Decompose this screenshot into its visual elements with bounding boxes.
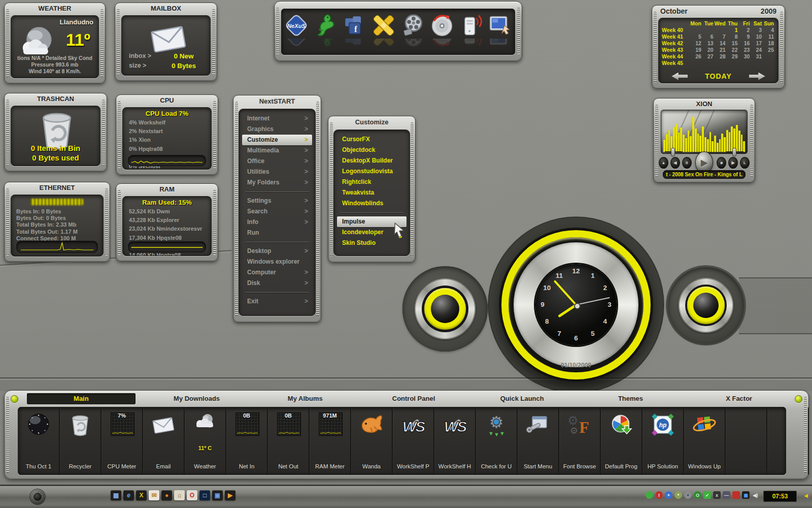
xion-next-button[interactable]: ▶: [728, 157, 738, 169]
star-tray-icon[interactable]: *: [674, 491, 682, 499]
calendar-day-cell[interactable]: 9: [738, 34, 751, 40]
dock-item-wanda[interactable]: Wanda: [351, 407, 393, 474]
calendar-day-cell[interactable]: 29: [727, 53, 739, 60]
shield-check-icon[interactable]: ✓: [703, 491, 711, 499]
customize-item-skin-studio[interactable]: Skin Studio: [337, 238, 407, 248]
calendar-day-cell[interactable]: 26: [690, 53, 702, 60]
top-dock-item-film-reel[interactable]: [399, 12, 426, 49]
dock-item-windows-up[interactable]: Windows Up: [684, 407, 726, 474]
calendar-day-cell[interactable]: 4: [763, 27, 775, 34]
customize-item-objectdock[interactable]: Objectdock: [337, 145, 407, 155]
calendar-day-cell[interactable]: 28: [715, 53, 727, 60]
calendar-day-cell[interactable]: 10: [751, 34, 763, 40]
dock-item-email[interactable]: Email: [143, 407, 185, 474]
dock-item-recycler[interactable]: Recycler: [60, 407, 101, 474]
internet-explorer-icon[interactable]: e: [123, 490, 134, 500]
dock-tab-my-albums[interactable]: My Albums: [251, 393, 359, 405]
calendar-day-cell[interactable]: 20: [702, 47, 715, 53]
dock-tab-main[interactable]: Main: [27, 393, 136, 404]
top-dock-item-remote-desktop[interactable]: [486, 12, 514, 49]
opera-icon[interactable]: O: [187, 490, 197, 500]
calendar-day-cell[interactable]: 15: [727, 40, 739, 47]
dock-item-workshelf-p[interactable]: WSWorkShelf P: [393, 407, 434, 474]
xion-volume-slider[interactable]: [665, 151, 682, 152]
dock-item-cpu-meter[interactable]: 7%CPU Meter: [101, 407, 143, 474]
dock-item-font-browse[interactable]: ⚙⚙FFont Browse: [559, 407, 601, 474]
dock-tab-quick-launch[interactable]: Quick Launch: [468, 393, 577, 405]
tools-x-icon[interactable]: X: [136, 490, 147, 500]
customize-item-rightclick[interactable]: Rightclick: [337, 177, 407, 187]
customize-item-tweakvista[interactable]: Tweakvista: [337, 187, 407, 198]
top-dock[interactable]: NeXuSNeXuSff: [274, 1, 522, 61]
volume-icon[interactable]: ◀): [752, 491, 759, 499]
display-tray-icon[interactable]: —: [723, 491, 730, 499]
top-dock-item-pc-tower[interactable]: [457, 12, 485, 49]
customize-item-windowblinds[interactable]: Windowblinds: [337, 198, 407, 209]
gecko-tray-icon[interactable]: [646, 491, 653, 499]
firefox-icon[interactable]: ●: [161, 490, 172, 500]
calendar-day-cell[interactable]: 8: [727, 34, 739, 40]
inbox-label[interactable]: inbox >: [129, 52, 163, 60]
calendar-day-cell[interactable]: 11: [763, 34, 775, 40]
security-shield-icon[interactable]: !: [655, 491, 663, 499]
dock-right-dot[interactable]: [795, 395, 802, 403]
green-ring-icon[interactable]: O: [694, 491, 701, 499]
dock-item-check-for-u[interactable]: ⚙▼▼▼Check for U: [476, 407, 518, 474]
home-help-icon[interactable]: ⌂: [174, 490, 185, 500]
customize-item-desktopx-builder[interactable]: DesktopX Builder: [337, 155, 407, 166]
mailbox-widget[interactable]: MAILBOX inbox > 0 New size > 0 Bytes: [115, 3, 217, 81]
calendar-day-cell[interactable]: 30: [738, 53, 751, 60]
nextstart-item-disk[interactable]: Disk>: [242, 278, 312, 289]
dock-tab-my-downloads[interactable]: My Downloads: [143, 393, 251, 405]
calendar-day-cell[interactable]: 6: [702, 34, 715, 40]
calendar-day-cell[interactable]: 22: [727, 47, 739, 53]
tools-tray-icon[interactable]: x: [713, 491, 721, 499]
xion-player-widget[interactable]: XION ▲◀II▶■▶L t - 2008 Sex On Fire - Kin…: [653, 98, 755, 183]
calendar-day-cell[interactable]: 27: [702, 53, 715, 60]
calendar-day-cell[interactable]: 21: [715, 47, 727, 53]
analog-clock[interactable]: 123456789101112 01/10/2009: [499, 228, 653, 382]
dock-item-default-prog[interactable]: Default Prog: [601, 407, 642, 474]
customize-item-logonstudiovista[interactable]: Logonstudiovista: [337, 166, 407, 177]
dock-item-workshelf-h[interactable]: WSWorkShelf H: [434, 407, 476, 474]
dock-tab-control-panel[interactable]: Control Panel: [359, 393, 468, 405]
nextstart-item-settings[interactable]: Settings>: [242, 196, 312, 206]
top-dock-item-burn-disc[interactable]: [428, 12, 456, 49]
calendar-day-cell[interactable]: 3: [751, 27, 763, 34]
network-tray-icon[interactable]: ▣: [742, 491, 750, 499]
collapse-arrow-icon[interactable]: ◀: [804, 493, 808, 498]
show-desktop-icon[interactable]: ▦: [111, 490, 121, 500]
media-player-icon[interactable]: ▶: [225, 490, 235, 500]
nextstart-item-office[interactable]: Office>: [242, 156, 312, 167]
calendar-next-arrow[interactable]: [749, 73, 765, 80]
taskbar-clock[interactable]: 07:53: [763, 491, 797, 502]
dock-item-net-in[interactable]: 0BNet In: [226, 407, 268, 474]
calendar-day-cell[interactable]: 13: [702, 40, 715, 47]
calendar-day-cell[interactable]: 31: [751, 53, 763, 60]
calendar-year[interactable]: 2009: [761, 7, 776, 15]
nextstart-item-run[interactable]: Run: [242, 228, 312, 238]
nextstart-item-my-folders[interactable]: My Folders>: [242, 177, 312, 188]
ram-widget[interactable]: RAM Ram Used: 15% 52,524 Kb Dwm43,228 Kb…: [116, 183, 218, 262]
trashcan-widget[interactable]: TRASHCAN 0 Items in Bin 0 Bytes used: [4, 93, 107, 172]
calendar-day-cell[interactable]: 14: [715, 40, 727, 47]
calendar-day-cell[interactable]: 19: [690, 47, 702, 53]
nextstart-item-customize[interactable]: Customize>: [242, 135, 312, 145]
ethernet-widget[interactable]: ETHERNET Bytes In: 0 BytesBytes Out: 0 B…: [4, 182, 110, 262]
nextstart-item-multimedia[interactable]: Multimedia>: [242, 145, 312, 156]
calendar-day-cell[interactable]: 17: [751, 40, 763, 47]
calendar-day-cell[interactable]: 7: [715, 34, 727, 40]
calendar-day-cell[interactable]: 16: [738, 40, 751, 47]
nextstart-item-search[interactable]: Search>: [242, 206, 312, 217]
outlook-icon[interactable]: ✉: [149, 490, 159, 500]
nextstart-item-graphics[interactable]: Graphics>: [242, 124, 312, 135]
calendar-prev-arrow[interactable]: [671, 73, 688, 80]
nextstart-item-internet[interactable]: Internet>: [242, 113, 312, 124]
dock-item-thu-oct-1[interactable]: Thu Oct 1: [18, 407, 60, 474]
weather-widget[interactable]: WEATHER Llandudno 11º tions N/A * Detail…: [4, 3, 106, 84]
xion-eject-button[interactable]: ▲: [659, 157, 668, 169]
wrench-tray-icon[interactable]: +: [665, 491, 672, 499]
nextstart-item-utilities[interactable]: Utilities>: [242, 167, 312, 177]
calendar-day-cell[interactable]: 5: [690, 34, 702, 40]
nextstart-item-desktop[interactable]: Desktop>: [242, 246, 312, 257]
